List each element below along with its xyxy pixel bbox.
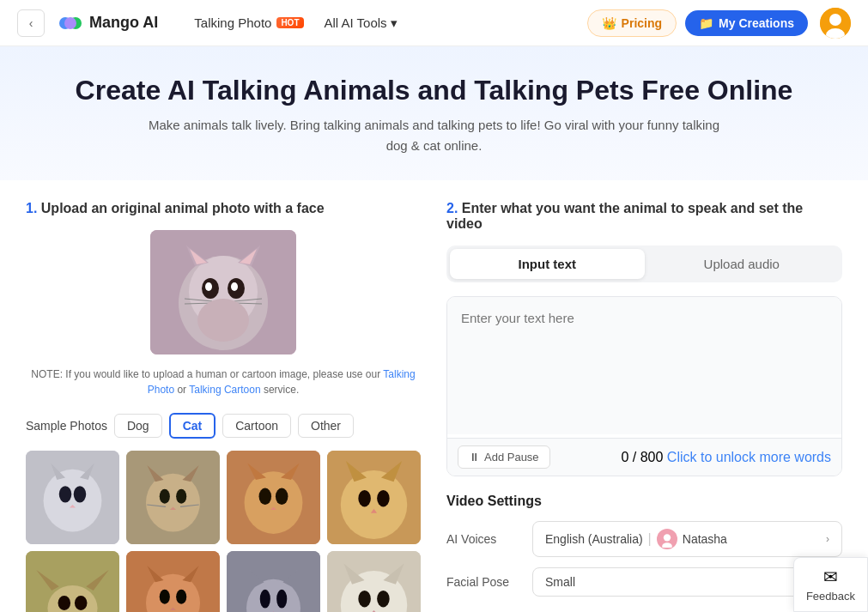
list-item[interactable] [126,451,220,544]
hero-subtitle: Make animals talk lively. Bring talking … [143,115,726,156]
uploaded-photo [150,230,296,354]
sample-photo-3 [227,451,320,544]
svg-point-4 [829,14,841,26]
ai-voices-row: AI Voices English (Australia) | Natasha … [446,521,842,557]
feedback-button[interactable]: ✉ Feedback [793,557,868,612]
logo-icon [57,9,84,37]
creations-label: My Creations [719,16,794,30]
sample-photo-2 [126,451,220,544]
main-content: 1. Upload an original animal photo with … [0,180,868,612]
tab-upload-audio[interactable]: Upload audio [645,249,840,279]
list-item[interactable] [227,451,320,544]
svg-point-24 [44,470,102,532]
creations-icon: 📁 [699,16,713,30]
ai-voices-label: AI Voices [446,532,532,546]
svg-point-22 [197,299,249,342]
svg-point-43 [259,488,272,505]
text-area-footer: ⏸ Add Pause 0 / 800 Click to unlock more… [447,438,841,476]
sample-photo-5 [26,551,119,612]
back-button[interactable]: ‹ [17,9,45,37]
sample-photo-8 [327,551,421,612]
voice-avatar-icon [659,530,676,548]
add-pause-button[interactable]: ⏸ Add Pause [458,445,550,469]
svg-point-64 [160,590,170,604]
video-settings-title: Video Settings [446,494,842,509]
facial-pose-label: Facial Pose [446,575,532,589]
word-count-value: 0 / 800 [621,450,663,464]
step1-title: 1. Upload an original animal photo with … [26,201,421,216]
voice-language: English (Australia) [545,532,643,546]
filter-other[interactable]: Other [298,414,354,438]
step2-text: Enter what you want the animal to speak … [446,201,803,231]
video-settings: Video Settings AI Voices English (Austra… [446,494,842,597]
pose-value: Small [545,575,821,589]
svg-point-31 [146,474,200,532]
facial-pose-row: Facial Pose Small ⌄ [446,567,842,597]
cat-image-svg [150,230,296,354]
talking-cartoon-link[interactable]: Talking Cartoon [189,384,260,396]
svg-point-15 [205,282,212,291]
back-icon: ‹ [29,16,33,30]
tab-row: Input text Upload audio [446,245,842,282]
voice-name: Natasha [683,532,821,546]
list-item[interactable] [227,551,320,612]
step2-num: 2. [446,201,458,215]
left-panel: 1. Upload an original animal photo with … [26,201,446,612]
svg-point-2 [64,17,76,29]
svg-point-47 [341,470,408,539]
svg-point-44 [276,488,288,505]
svg-point-57 [58,596,71,610]
pricing-button[interactable]: 👑 Pricing [587,9,677,37]
filter-cartoon[interactable]: Cartoon [222,414,291,438]
text-area-container: ⏸ Add Pause 0 / 800 Click to unlock more… [446,296,842,476]
list-item[interactable] [126,551,220,612]
pricing-icon: 👑 [602,16,616,30]
sample-photo-1 [26,451,119,544]
filter-cat[interactable]: Cat [169,413,216,439]
nav-all-tools[interactable]: All AI Tools ▾ [314,10,408,36]
avatar-icon [820,8,851,39]
svg-point-71 [260,590,270,609]
add-pause-label: Add Pause [484,451,539,464]
hero-title: Create AI Talking Animals and Talking Pe… [17,74,851,106]
pause-icon: ⏸ [469,451,480,464]
my-creations-button[interactable]: 📁 My Creations [685,10,808,36]
svg-point-79 [377,591,390,607]
svg-point-50 [358,490,371,506]
unlock-link[interactable]: Click to unlock more words [667,450,831,464]
feedback-icon: ✉ [823,567,838,587]
step2-title: 2. Enter what you want the animal to spe… [446,201,842,232]
svg-point-51 [377,490,390,506]
list-item[interactable] [327,551,421,612]
svg-point-58 [75,596,88,610]
nav-all-tools-label: All AI Tools [325,15,387,30]
svg-point-65 [176,590,186,604]
voice-avatar [657,529,677,549]
word-count: 0 / 800 Click to unlock more words [621,450,831,465]
voice-selector[interactable]: English (Australia) | Natasha › [532,521,842,557]
upload-note: NOTE: If you would like to upload a huma… [26,367,421,397]
svg-point-40 [245,472,303,535]
svg-point-16 [231,282,238,291]
hot-badge: HOT [276,17,303,28]
svg-point-72 [276,590,287,609]
tab-input-text[interactable]: Input text [450,249,645,279]
dropdown-icon: ▾ [391,15,398,31]
pricing-label: Pricing [622,16,662,30]
feedback-label: Feedback [806,590,855,603]
filter-dog[interactable]: Dog [114,414,162,438]
logo: Mango AI [57,9,158,37]
svg-point-27 [59,487,72,503]
upload-area[interactable] [26,230,421,354]
sample-photo-7 [227,551,320,612]
sample-photo-4 [327,451,421,544]
talking-photo-link[interactable]: Talking Photo [148,368,416,396]
sample-label: Sample Photos [26,419,107,433]
text-input[interactable] [447,297,841,434]
list-item[interactable] [26,451,119,544]
svg-point-78 [358,591,371,607]
nav-talking-photo[interactable]: Talking Photo HOT [184,10,313,35]
list-item[interactable] [327,451,421,544]
avatar[interactable] [820,8,851,39]
list-item[interactable] [26,551,119,612]
